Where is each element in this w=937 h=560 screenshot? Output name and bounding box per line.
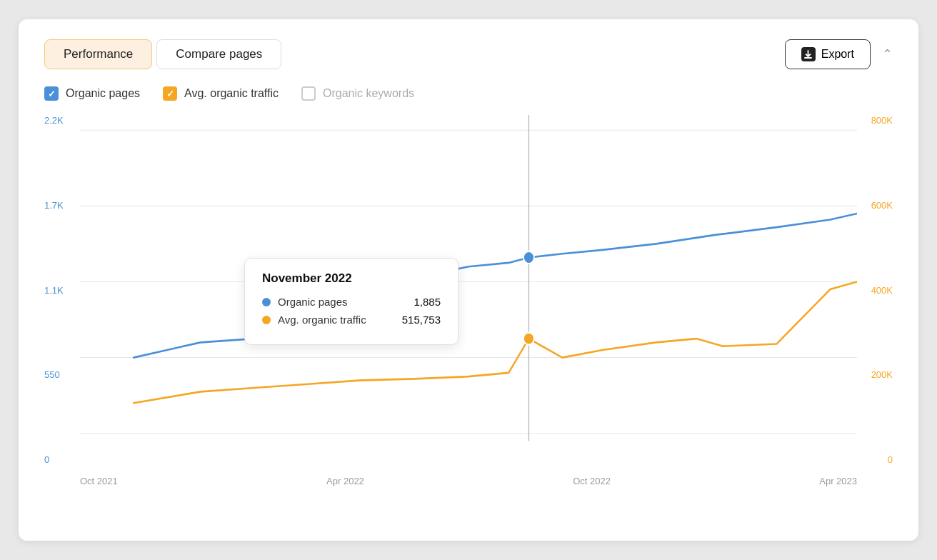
export-button[interactable]: Export (785, 39, 871, 69)
legend-label-avg-organic-traffic: Avg. organic traffic (184, 87, 279, 100)
tab-compare-pages[interactable]: Compare pages (156, 39, 281, 69)
x-label-oct-2022: Oct 2022 (573, 476, 611, 486)
chevron-up-icon[interactable]: ⌃ (882, 46, 893, 62)
y-label-400k: 400K (857, 285, 893, 296)
blue-dot-tooltip (523, 251, 534, 264)
x-label-oct-2021: Oct 2021 (80, 476, 118, 486)
performance-card: Performance Compare pages Export ⌃ ✓ Org… (19, 19, 918, 541)
chart-svg (80, 115, 857, 486)
orange-dot-tooltip (523, 333, 534, 345)
legend-organic-pages: ✓ Organic pages (44, 86, 140, 101)
y-label-0-left: 0 (44, 454, 80, 465)
header-row: Performance Compare pages Export ⌃ (44, 39, 893, 69)
y-label-2200: 2.2K (44, 115, 80, 126)
x-axis: Oct 2021 Apr 2022 Oct 2022 Apr 2023 (80, 476, 857, 486)
legend-organic-keywords: Organic keywords (301, 86, 414, 101)
tab-performance[interactable]: Performance (44, 39, 152, 69)
y-axis-left: 2.2K 1.7K 1.1K 550 0 (44, 115, 80, 486)
checkbox-organic-pages[interactable]: ✓ (44, 86, 59, 101)
legend-row: ✓ Organic pages ✓ Avg. organic traffic O… (44, 86, 893, 101)
y-axis-right: 800K 600K 400K 200K 0 (857, 115, 893, 486)
y-label-550: 550 (44, 369, 80, 380)
y-label-0-right: 0 (857, 454, 893, 465)
x-label-apr-2023: Apr 2023 (819, 476, 857, 486)
checkbox-organic-keywords[interactable] (301, 86, 316, 101)
orange-line (134, 281, 857, 403)
x-label-apr-2022: Apr 2022 (326, 476, 364, 486)
y-label-800k: 800K (857, 115, 893, 126)
checkmark-icon-2: ✓ (166, 89, 174, 99)
legend-avg-organic-traffic: ✓ Avg. organic traffic (163, 86, 279, 101)
legend-label-organic-keywords: Organic keywords (323, 87, 414, 100)
y-label-1100: 1.1K (44, 285, 80, 296)
y-label-600k: 600K (857, 200, 893, 211)
header-right: Export ⌃ (785, 39, 893, 69)
checkbox-avg-organic-traffic[interactable]: ✓ (163, 86, 177, 101)
blue-line (134, 214, 857, 358)
checkmark-icon: ✓ (48, 89, 56, 99)
legend-label-organic-pages: Organic pages (66, 87, 140, 100)
tabs-container: Performance Compare pages (44, 39, 281, 69)
y-label-200k: 200K (857, 369, 893, 380)
y-label-1700: 1.7K (44, 200, 80, 211)
chart-area: 2.2K 1.7K 1.1K 550 0 800K 600K 400K 200K… (44, 115, 893, 486)
download-icon (801, 47, 816, 61)
